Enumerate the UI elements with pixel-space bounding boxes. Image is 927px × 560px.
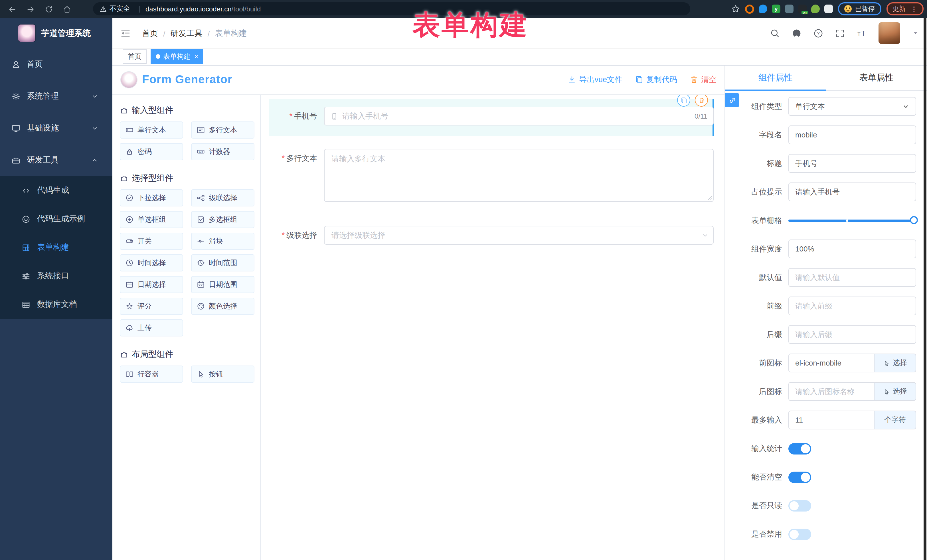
extension-green-leaf[interactable] [811, 5, 820, 13]
breadcrumb-item[interactable]: 首页 [142, 29, 158, 39]
sidebar-collapse-button[interactable] [120, 27, 131, 38]
input-后图标[interactable]: 请输入后图标名称 [789, 382, 874, 401]
component-计数器[interactable]: 123计数器 [191, 143, 254, 160]
prop-row: 表单栅格 [731, 211, 921, 230]
extension-green-y[interactable]: y [772, 5, 780, 13]
component-密码[interactable]: 密码 [120, 143, 183, 160]
navbar-expand-button[interactable] [835, 28, 845, 38]
input-占位提示[interactable]: 请输入手机号 [789, 182, 916, 201]
component-滑块[interactable]: 滑块 [191, 233, 254, 250]
switch-是否禁用[interactable] [789, 528, 811, 540]
component-开关[interactable]: 开关 [120, 233, 183, 250]
extension-orange-ring[interactable] [745, 4, 754, 14]
input-前图标[interactable]: el-icon-mobile [789, 354, 874, 372]
browser-home-button[interactable] [63, 4, 71, 14]
component-行容器[interactable]: 行容器 [120, 366, 183, 382]
extension-blue-drop[interactable] [759, 5, 767, 13]
field-cascader[interactable]: *级联选择 请选择级联选择 [269, 226, 714, 244]
sidebar-subitem-代码生成示例[interactable]: 代码生成示例 [0, 205, 112, 233]
paused-extension-pill[interactable]: 已暂停 [838, 2, 881, 15]
extension-dark-on[interactable]: on [798, 5, 807, 13]
field-textarea[interactable]: *多行文本 请输入多行文本 [269, 149, 714, 202]
component-下拉选择[interactable]: 下拉选择 [120, 189, 183, 206]
sidebar-subitem-系统接口[interactable]: 系统接口 [0, 262, 112, 290]
sidebar-item-研发工具[interactable]: 研发工具 [0, 144, 112, 176]
input-最多输入[interactable]: 11 [789, 411, 874, 429]
component-时间范围[interactable]: 时间范围 [191, 254, 254, 272]
action-清空[interactable]: 清空 [690, 74, 716, 85]
avatar[interactable] [878, 22, 900, 44]
extension-slate[interactable] [785, 5, 793, 13]
switch-输入统计[interactable] [789, 443, 811, 454]
close-tag-icon[interactable]: × [195, 53, 198, 60]
chevron-down-icon[interactable] [912, 30, 919, 36]
props-tab-表单属性[interactable]: 表单属性 [826, 65, 927, 90]
tag-首页[interactable]: 首页 [123, 49, 147, 64]
security-warning[interactable]: 不安全 [100, 4, 130, 14]
component-颜色选择[interactable]: 颜色选择 [191, 298, 254, 315]
browser-reload-button[interactable] [44, 4, 53, 14]
props-tab-组件属性[interactable]: 组件属性 [725, 65, 826, 90]
copy-field-button[interactable] [677, 94, 690, 107]
link-icon [728, 96, 736, 104]
slider-handle[interactable] [910, 216, 918, 224]
input-前缀[interactable]: 请输入前缀 [789, 296, 916, 316]
radio-icon [126, 216, 134, 223]
switch-能否清空[interactable] [789, 471, 811, 483]
component-按钮[interactable]: 按钮 [191, 366, 254, 382]
component-时间选择[interactable]: 时间选择 [120, 254, 183, 272]
input-组件宽度[interactable]: 100% [789, 240, 916, 258]
panel-divider-right[interactable] [725, 65, 725, 560]
breadcrumb-item[interactable]: 研发工具 [170, 29, 202, 39]
component-日期选择[interactable]: 日期选择 [120, 276, 183, 293]
grid-slider[interactable] [789, 219, 916, 222]
browser-menu-icon[interactable]: ⋮ [911, 5, 917, 13]
delete-field-button[interactable] [695, 94, 708, 107]
textarea-input[interactable]: 请输入多行文本 [324, 149, 714, 202]
choose-icon-button[interactable]: 选择 [874, 382, 916, 401]
component-单行文本[interactable]: 单行文本 [120, 121, 183, 138]
select-组件类型[interactable]: 单行文本 [789, 97, 916, 116]
component-多选框组[interactable]: 多选框组 [191, 211, 254, 228]
choose-icon-button[interactable]: 选择 [874, 354, 916, 372]
navbar-question-button[interactable]: ? [813, 28, 823, 38]
drag-link-handle[interactable] [725, 93, 739, 107]
switch-是否只读[interactable] [789, 500, 811, 511]
navbar-github-button[interactable] [792, 28, 801, 38]
component-多行文本[interactable]: 多行文本 [191, 121, 254, 138]
cascader-input[interactable]: 请选择级联选择 [324, 226, 714, 244]
action-导出vue文件[interactable]: 导出vue文件 [568, 74, 622, 85]
component-级联选择[interactable]: 级联选择 [191, 189, 254, 206]
upload-icon [126, 324, 134, 332]
sidebar-subitem-表单构建[interactable]: 表单构建 [0, 233, 112, 262]
input-后缀[interactable]: 请输入后缀 [789, 325, 916, 344]
navbar-search-button[interactable] [770, 28, 780, 38]
sidebar-item-首页[interactable]: 首页 [0, 49, 112, 80]
mobile-input[interactable]: 请输入手机号 0/11 [324, 107, 714, 126]
component-单选框组[interactable]: 单选框组 [120, 211, 183, 228]
prop-label: 占位提示 [731, 187, 789, 197]
input-默认值[interactable]: 请输入默认值 [789, 268, 916, 287]
sidebar-subitem-数据库文档[interactable]: 数据库文档 [0, 290, 112, 319]
input-标题[interactable]: 手机号 [789, 154, 916, 173]
sidebar-logo-row[interactable]: 芋道管理系统 [0, 18, 112, 49]
extension-puzzle[interactable] [824, 5, 833, 13]
browser-forward-button[interactable] [26, 4, 35, 14]
address-bar[interactable]: 不安全 dashboard.yudao.iocoder.cn/tool/buil… [93, 2, 690, 15]
navbar-fontsize-button[interactable]: TT [857, 28, 866, 38]
sidebar-subitem-代码生成[interactable]: 代码生成 [0, 176, 112, 205]
resize-handle-icon[interactable] [707, 195, 712, 200]
bookmark-star-icon[interactable] [731, 5, 740, 13]
component-上传[interactable]: 上传 [120, 319, 183, 337]
component-日期范围[interactable]: 日期范围 [191, 276, 254, 293]
sidebar-item-基础设施[interactable]: 基础设施 [0, 112, 112, 144]
action-复制代码[interactable]: 复制代码 [635, 74, 677, 85]
selected-field-mobile[interactable]: *手机号 请输入手机号 0/11 [269, 99, 714, 136]
sidebar-item-系统管理[interactable]: 系统管理 [0, 80, 112, 112]
dbdoc-icon [22, 300, 30, 309]
tag-表单构建[interactable]: 表单构建× [150, 49, 204, 64]
browser-back-button[interactable] [8, 4, 17, 14]
component-评分[interactable]: 评分 [120, 298, 183, 315]
update-button[interactable]: 更新 ⋮ [886, 2, 924, 15]
input-字段名[interactable]: mobile [789, 126, 916, 144]
